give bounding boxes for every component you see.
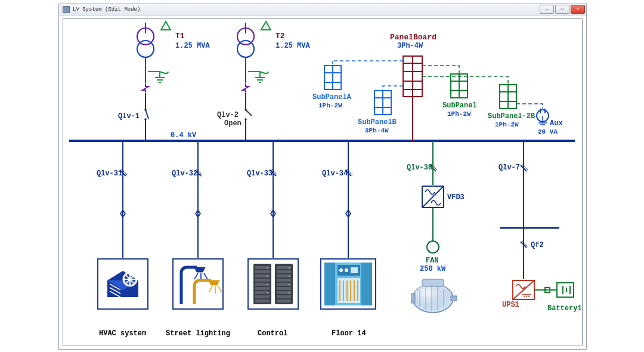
diagram-canvas[interactable]: 0.4 kV T1 1.25 MVA Qlv-1 [63,18,583,345]
panelboard-cfg: 3Ph-4W [397,42,423,50]
qlv38-label: Qlv-38 [407,163,432,172]
hvac-icon[interactable] [98,259,148,309]
qlv2-label: Qlv-2 [217,111,239,119]
panelboard-name: PanelBoard [390,33,436,42]
ups-icon[interactable] [513,280,534,299]
battery-label: Battery1 [547,304,582,313]
subpanel-1-icon[interactable] [451,74,467,98]
hvac-caption: HVAC system [99,329,146,338]
bus-voltage-label: 0.4 kV [171,131,197,140]
aux-service-icon[interactable] [537,109,549,125]
subA-cfg: 1Ph-2W [318,102,342,109]
feeder-qlv38[interactable]: Qlv-38 VFD3 FAN 250 kW [407,141,465,313]
aux-rating: 20 VA [538,128,558,135]
window-title: LV System (Edit Mode) [73,7,140,13]
qlv33-label: Qlv-33 [247,169,273,178]
fan-label: FAN [426,257,439,265]
transformer-t2[interactable]: T2 1.25 MVA Qlv-2 Open [217,21,310,141]
feeder-qlv34[interactable]: Qlv-34 Floor 14 [321,141,376,338]
app-icon [63,6,70,13]
qlv32-label: Qlv-32 [172,169,197,178]
t1-name: T1 [175,32,185,41]
qlv7-label: Qlv-7 [499,163,520,172]
qlv1-label: Qlv-1 [118,112,140,121]
title-bar[interactable]: LV System (Edit Mode) — ☐ ✕ [59,4,586,16]
floor-caption: Floor 14 [332,329,366,338]
aux-name: Aux [550,119,563,128]
qlv2-state: Open [224,119,242,128]
feeder-qlv32[interactable]: Qlv-32 Street lighting [166,141,230,338]
close-button[interactable]: ✕ [571,5,585,14]
panelboard-cluster[interactable]: PanelBoard 3Ph-4W SubPanelA 1Ph-2W SubPa… [312,33,563,141]
street-caption: Street lighting [166,329,230,338]
motor-icon[interactable] [411,279,457,313]
sub1-cfg: 1Ph-2W [447,110,471,118]
motor-symbol[interactable] [427,241,439,253]
maximize-button[interactable]: ☐ [555,5,569,14]
transformer-t1[interactable]: T1 1.25 MVA Qlv-1 [118,21,210,141]
ups-label: UPS1 [502,301,519,309]
fan-rating: 250 kW [420,265,446,273]
feeder-qlv7[interactable]: Qlv-7 Qf2 UPS1 Battery1 [499,141,582,313]
subB-name: SubPanelB [358,118,397,126]
subB-cfg: 3Ph-4W [365,127,389,134]
vfd-label: VFD3 [447,193,465,202]
sub2B-cfg: 1Ph-2W [495,121,519,128]
feeder-qlv33[interactable]: Qlv-33 Control [247,141,298,338]
qlv31-label: Qlv-31 [97,169,122,178]
floor-panel-icon[interactable] [321,259,376,309]
server-racks-icon[interactable] [248,259,298,309]
sub1-name: SubPanel [442,101,477,110]
subpanel-b-icon[interactable] [374,91,391,115]
qlv34-label: Qlv-34 [322,169,348,178]
subA-name: SubPanelA [312,93,352,101]
t1-rating: 1.25 MVA [175,42,210,50]
app-window: LV System (Edit Mode) — ☐ ✕ [58,4,587,350]
subpanel-2b-icon[interactable] [500,85,516,109]
battery-icon[interactable] [557,283,574,297]
minimize-button[interactable]: — [540,5,554,14]
t2-name: T2 [275,32,285,41]
streetlight-icon[interactable] [173,259,223,309]
qf2-label: Qf2 [531,241,544,249]
control-caption: Control [258,329,287,338]
panelboard-icon[interactable] [403,56,422,97]
subpanel-a-icon[interactable] [324,66,341,89]
vfd-icon[interactable] [422,186,444,208]
feeder-qlv31[interactable]: Qlv-31 HVAC system [97,141,148,338]
t2-rating: 1.25 MVA [275,42,310,50]
sub2B-name: SubPanel-2B [488,112,535,121]
